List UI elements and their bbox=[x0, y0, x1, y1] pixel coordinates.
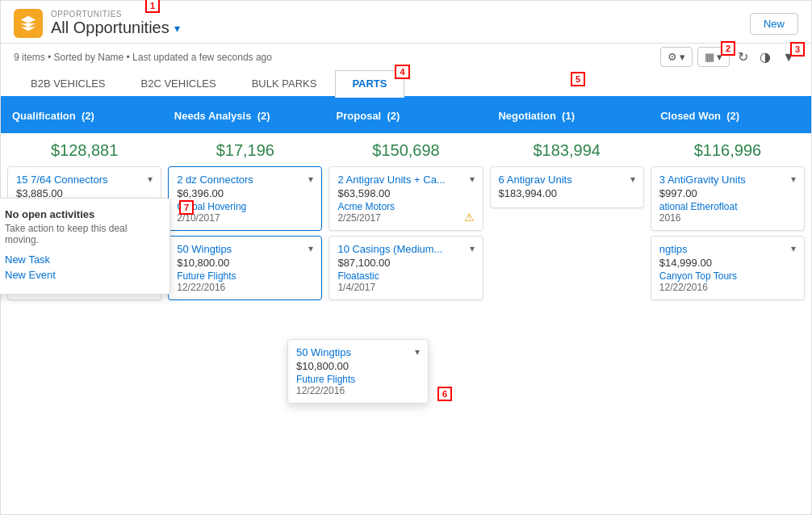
floating-card-dropdown[interactable]: ▾ bbox=[415, 346, 420, 358]
stage-closed-won[interactable]: Closed Won (2) bbox=[649, 98, 810, 133]
card-dropdown-icon[interactable]: ▾ bbox=[630, 174, 635, 185]
card-company[interactable]: Global Hovering bbox=[177, 201, 313, 212]
columns-dropdown-icon: ▾ bbox=[717, 51, 722, 63]
stage-qualification[interactable]: Qualification (2) bbox=[1, 98, 161, 133]
card-date: 1/4/2017 bbox=[337, 282, 474, 293]
subtitle-text: 9 items • Sorted by Name • Last updated … bbox=[14, 52, 272, 63]
card-name[interactable]: 6 Antigrav Units bbox=[499, 174, 627, 186]
app-icon bbox=[14, 9, 43, 38]
card-proposal-2[interactable]: 10 Casings (Medium... ▾ $87,100.00 Float… bbox=[329, 236, 483, 300]
chart-button[interactable]: ◑ bbox=[756, 48, 774, 66]
stage-proposal[interactable]: Proposal (2) bbox=[325, 98, 486, 133]
card-name[interactable]: 2 Antigrav Units + Ca... bbox=[337, 174, 466, 186]
floating-card-company[interactable]: Future Flights bbox=[296, 374, 420, 385]
new-event-link[interactable]: New Event bbox=[5, 269, 158, 281]
floating-card-name[interactable]: 50 Wingtips bbox=[296, 346, 412, 358]
floating-card: 50 Wingtips ▾ $10,800.00 Future Flights … bbox=[287, 339, 429, 404]
col-needs-analysis: $17,196 2 dz Connectors ▾ $6,396.00 Glob… bbox=[168, 141, 322, 506]
tab-parts[interactable]: PARTS 4 bbox=[335, 70, 404, 98]
col-negotiation-total: $183,994 bbox=[490, 141, 644, 160]
toolbar: ⚙ ▾ ▦ ▾ 2 ↻ ◑ ▼ 3 bbox=[660, 47, 798, 67]
tooltip-title: No open activities bbox=[5, 208, 158, 220]
new-task-link[interactable]: New Task bbox=[5, 253, 158, 266]
activity-tooltip: No open activities Take action to keep t… bbox=[0, 198, 170, 295]
card-needs-1[interactable]: 2 dz Connectors ▾ $6,396.00 Global Hover… bbox=[168, 166, 322, 231]
stage-needs-analysis-label: Needs Analysis (2) bbox=[174, 110, 270, 122]
stage-qualification-label: Qualification (2) bbox=[12, 110, 94, 122]
card-date: 12/22/2016 bbox=[659, 282, 796, 293]
settings-dropdown-icon: ▾ bbox=[680, 51, 685, 63]
card-dropdown-icon[interactable]: ▾ bbox=[148, 174, 153, 185]
card-amount: $10,800.00 bbox=[177, 257, 313, 269]
tabs-bar: B2B VEHICLES B2C VEHICLES BULK PARKS PAR… bbox=[1, 70, 811, 98]
card-company[interactable]: Future Flights bbox=[177, 270, 313, 282]
card-name[interactable]: 2 dz Connectors bbox=[177, 174, 305, 186]
card-amount: $14,999.00 bbox=[659, 257, 796, 269]
card-amount: $87,100.00 bbox=[337, 257, 474, 269]
annotation-2: 2 bbox=[721, 41, 735, 56]
card-amount: $63,598.00 bbox=[337, 187, 474, 199]
card-dropdown-icon[interactable]: ▾ bbox=[791, 174, 796, 185]
card-closed-1[interactable]: 3 AntiGravity Units ▾ $997.00 ational Et… bbox=[651, 166, 805, 231]
col-negotiation: $183,994 6 Antigrav Units ▾ $183,994.00 … bbox=[490, 141, 644, 506]
card-company[interactable]: Acme Motors bbox=[337, 201, 474, 212]
tab-b2b-vehicles[interactable]: B2B VEHICLES bbox=[14, 70, 123, 96]
card-name[interactable]: 3 AntiGravity Units bbox=[659, 174, 788, 186]
card-needs-2[interactable]: 50 Wingtips ▾ $10,800.00 Future Flights … bbox=[168, 236, 322, 300]
app-category: OPPORTUNITIES bbox=[51, 10, 180, 19]
floating-card-amount: $10,800.00 bbox=[296, 360, 420, 372]
tab-b2c-vehicles[interactable]: B2C VEHICLES bbox=[124, 70, 233, 96]
new-button[interactable]: New bbox=[750, 13, 798, 35]
card-name[interactable]: 50 Wingtips bbox=[177, 243, 305, 255]
card-dropdown-icon[interactable]: ▾ bbox=[470, 243, 475, 254]
settings-button[interactable]: ⚙ ▾ bbox=[660, 47, 693, 67]
card-company[interactable]: ational Etherofloat bbox=[659, 201, 796, 212]
card-amount: $183,994.00 bbox=[499, 187, 635, 199]
card-name[interactable]: ngtips bbox=[659, 243, 788, 255]
filter-button[interactable]: ▼ 3 bbox=[779, 48, 798, 66]
card-date: 2/25/2017 bbox=[337, 212, 474, 224]
col-qualification: $128,881 15 7/64 Connectors ▾ $3,885.00 … bbox=[7, 141, 161, 506]
card-company[interactable]: Canyon Top Tours bbox=[659, 270, 796, 282]
stage-negotiation[interactable]: Negotiation (1) bbox=[487, 98, 647, 133]
page-title: All Opportunities bbox=[51, 19, 170, 37]
kanban-body: $128,881 15 7/64 Connectors ▾ $3,885.00 … bbox=[1, 133, 811, 514]
card-date: 12/22/2016 bbox=[177, 282, 313, 293]
card-date: 2/10/2017 bbox=[177, 212, 313, 224]
card-dropdown-icon[interactable]: ▾ bbox=[308, 243, 313, 254]
card-company[interactable]: Floatastic bbox=[337, 270, 474, 282]
annotation-5: 5 bbox=[571, 72, 585, 86]
card-dropdown-icon[interactable]: ▾ bbox=[308, 174, 313, 185]
stage-proposal-label: Proposal (2) bbox=[337, 110, 400, 122]
col-closed-won-total: $116,996 bbox=[651, 141, 805, 160]
stage-needs-analysis[interactable]: Needs Analysis (2) bbox=[163, 98, 324, 133]
col-proposal-total: $150,698 bbox=[329, 141, 483, 160]
columns-icon: ▦ bbox=[705, 51, 714, 63]
card-amount: $997.00 bbox=[659, 187, 796, 199]
card-name[interactable]: 10 Casings (Medium... bbox=[337, 243, 466, 255]
title-dropdown-icon[interactable]: ▾ bbox=[174, 22, 180, 35]
card-dropdown-icon[interactable]: ▾ bbox=[791, 243, 796, 254]
floating-card-date: 12/22/2016 bbox=[296, 385, 420, 396]
col-proposal: $150,698 2 Antigrav Units + Ca... ▾ $63,… bbox=[329, 141, 483, 506]
card-name[interactable]: 15 7/64 Connectors bbox=[16, 174, 144, 186]
stage-negotiation-label: Negotiation (1) bbox=[498, 110, 575, 122]
tab-bulk-parks[interactable]: BULK PARKS bbox=[235, 70, 334, 96]
card-amount: $6,396.00 bbox=[177, 187, 313, 199]
columns-button[interactable]: ▦ ▾ 2 bbox=[697, 47, 730, 67]
card-proposal-1[interactable]: 2 Antigrav Units + Ca... ▾ $63,598.00 Ac… bbox=[329, 166, 483, 231]
card-negotiation-1[interactable]: 6 Antigrav Units ▾ $183,994.00 bbox=[490, 166, 644, 208]
card-closed-2[interactable]: ngtips ▾ $14,999.00 Canyon Top Tours 12/… bbox=[651, 236, 805, 300]
stage-closed-won-label: Closed Won (2) bbox=[660, 110, 739, 122]
tooltip-subtitle: Take action to keep this deal moving. bbox=[5, 223, 158, 245]
card-dropdown-icon[interactable]: ▾ bbox=[470, 174, 475, 185]
warning-icon: ⚠ bbox=[464, 211, 475, 224]
col-needs-analysis-total: $17,196 bbox=[168, 141, 322, 160]
refresh-button[interactable]: ↻ bbox=[735, 48, 751, 66]
col-closed-won: $116,996 3 AntiGravity Units ▾ $997.00 a… bbox=[651, 141, 805, 506]
pipeline-header: Qualification (2) Needs Analysis (2) Pro… bbox=[1, 98, 811, 133]
col-qualification-total: $128,881 bbox=[7, 141, 161, 160]
settings-icon: ⚙ bbox=[668, 51, 677, 63]
card-date: 2016 bbox=[659, 212, 796, 224]
